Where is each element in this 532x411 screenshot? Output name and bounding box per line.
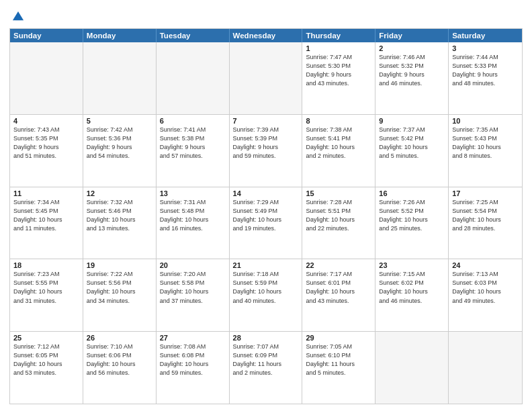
calendar-body: 1Sunrise: 7:47 AMSunset: 5:30 PMDaylight… [10,42,522,404]
day-number: 18 [13,261,80,269]
cal-cell: 21Sunrise: 7:18 AMSunset: 5:59 PMDayligh… [230,259,303,331]
cal-cell: 20Sunrise: 7:20 AMSunset: 5:58 PMDayligh… [157,259,230,331]
cell-info: Sunrise: 7:41 AMSunset: 5:38 PMDaylight:… [160,126,226,161]
calendar-row-1: 4Sunrise: 7:43 AMSunset: 5:35 PMDaylight… [10,114,522,187]
day-number: 4 [13,117,80,125]
cell-info: Sunrise: 7:34 AMSunset: 5:45 PMDaylight:… [13,198,80,233]
day-number: 17 [452,189,519,197]
logo-icon [11,9,26,24]
day-number: 28 [233,334,300,342]
cal-cell: 16Sunrise: 7:26 AMSunset: 5:52 PMDayligh… [375,187,449,259]
weekday-header-saturday: Saturday [449,29,522,42]
calendar-row-0: 1Sunrise: 7:47 AMSunset: 5:30 PMDaylight… [10,42,522,114]
cal-cell: 14Sunrise: 7:29 AMSunset: 5:49 PMDayligh… [230,187,303,259]
cal-cell: 23Sunrise: 7:15 AMSunset: 6:02 PMDayligh… [375,259,449,331]
cal-cell: 27Sunrise: 7:08 AMSunset: 6:08 PMDayligh… [157,332,230,404]
cell-info: Sunrise: 7:23 AMSunset: 5:55 PMDaylight:… [13,270,80,305]
cell-info: Sunrise: 7:28 AMSunset: 5:51 PMDaylight:… [306,198,372,233]
cal-cell: 26Sunrise: 7:10 AMSunset: 6:06 PMDayligh… [83,332,157,404]
calendar-header: SundayMondayTuesdayWednesdayThursdayFrid… [10,29,522,42]
cell-info: Sunrise: 7:26 AMSunset: 5:52 PMDaylight:… [379,198,445,233]
cal-cell: 3Sunrise: 7:44 AMSunset: 5:33 PMDaylight… [449,42,522,114]
cell-info: Sunrise: 7:32 AMSunset: 5:46 PMDaylight:… [87,198,153,233]
cal-cell [83,42,157,114]
cal-cell: 1Sunrise: 7:47 AMSunset: 5:30 PMDaylight… [302,42,375,114]
day-number: 15 [306,189,372,197]
cell-info: Sunrise: 7:05 AMSunset: 6:10 PMDaylight:… [306,342,372,377]
weekday-header-tuesday: Tuesday [157,29,230,42]
cal-cell: 7Sunrise: 7:39 AMSunset: 5:39 PMDaylight… [230,115,303,187]
cal-cell [157,42,230,114]
day-number: 8 [306,117,372,125]
cal-cell: 4Sunrise: 7:43 AMSunset: 5:35 PMDaylight… [10,115,83,187]
cell-info: Sunrise: 7:31 AMSunset: 5:48 PMDaylight:… [160,198,226,233]
cal-cell: 29Sunrise: 7:05 AMSunset: 6:10 PMDayligh… [302,332,375,404]
day-number: 3 [452,44,519,52]
page: SundayMondayTuesdayWednesdayThursdayFrid… [0,0,532,411]
calendar-row-3: 18Sunrise: 7:23 AMSunset: 5:55 PMDayligh… [10,259,522,331]
cell-info: Sunrise: 7:46 AMSunset: 5:32 PMDaylight:… [379,53,445,88]
day-number: 16 [379,189,445,197]
cal-cell: 12Sunrise: 7:32 AMSunset: 5:46 PMDayligh… [83,187,157,259]
day-number: 20 [160,261,226,269]
day-number: 25 [13,334,80,342]
weekday-header-friday: Friday [375,29,449,42]
cal-cell: 5Sunrise: 7:42 AMSunset: 5:36 PMDaylight… [83,115,157,187]
cal-cell: 25Sunrise: 7:12 AMSunset: 6:05 PMDayligh… [10,332,83,404]
day-number: 26 [87,334,153,342]
cal-cell [230,42,303,114]
cell-info: Sunrise: 7:22 AMSunset: 5:56 PMDaylight:… [87,270,153,305]
weekday-header-monday: Monday [83,29,157,42]
day-number: 11 [13,189,80,197]
weekday-header-thursday: Thursday [302,29,375,42]
calendar-row-4: 25Sunrise: 7:12 AMSunset: 6:05 PMDayligh… [10,331,522,404]
cal-cell: 24Sunrise: 7:13 AMSunset: 6:03 PMDayligh… [449,259,522,331]
day-number: 5 [87,117,153,125]
cell-info: Sunrise: 7:42 AMSunset: 5:36 PMDaylight:… [87,126,153,161]
day-number: 23 [379,261,445,269]
cal-cell [10,42,83,114]
cell-info: Sunrise: 7:39 AMSunset: 5:39 PMDaylight:… [233,126,300,161]
cell-info: Sunrise: 7:35 AMSunset: 5:43 PMDaylight:… [452,126,519,161]
cell-info: Sunrise: 7:12 AMSunset: 6:05 PMDaylight:… [13,342,80,377]
cal-cell: 13Sunrise: 7:31 AMSunset: 5:48 PMDayligh… [157,187,230,259]
cal-cell: 6Sunrise: 7:41 AMSunset: 5:38 PMDaylight… [157,115,230,187]
logo [9,9,26,24]
day-number: 24 [452,261,519,269]
weekday-header-wednesday: Wednesday [230,29,303,42]
cell-info: Sunrise: 7:08 AMSunset: 6:08 PMDaylight:… [160,342,226,377]
day-number: 29 [306,334,372,342]
calendar: SundayMondayTuesdayWednesdayThursdayFrid… [9,28,523,404]
cal-cell: 10Sunrise: 7:35 AMSunset: 5:43 PMDayligh… [449,115,522,187]
day-number: 7 [233,117,300,125]
day-number: 1 [306,44,372,52]
cal-cell: 2Sunrise: 7:46 AMSunset: 5:32 PMDaylight… [375,42,449,114]
cal-cell: 17Sunrise: 7:25 AMSunset: 5:54 PMDayligh… [449,187,522,259]
cal-cell: 28Sunrise: 7:07 AMSunset: 6:09 PMDayligh… [230,332,303,404]
cell-info: Sunrise: 7:18 AMSunset: 5:59 PMDaylight:… [233,270,300,305]
day-number: 14 [233,189,300,197]
weekday-header-sunday: Sunday [10,29,83,42]
header [9,7,523,24]
calendar-row-2: 11Sunrise: 7:34 AMSunset: 5:45 PMDayligh… [10,187,522,259]
cell-info: Sunrise: 7:43 AMSunset: 5:35 PMDaylight:… [13,126,80,161]
cell-info: Sunrise: 7:07 AMSunset: 6:09 PMDaylight:… [233,342,300,377]
cell-info: Sunrise: 7:37 AMSunset: 5:42 PMDaylight:… [379,126,445,161]
cell-info: Sunrise: 7:25 AMSunset: 5:54 PMDaylight:… [452,198,519,233]
cell-info: Sunrise: 7:13 AMSunset: 6:03 PMDaylight:… [452,270,519,305]
day-number: 27 [160,334,226,342]
cell-info: Sunrise: 7:29 AMSunset: 5:49 PMDaylight:… [233,198,300,233]
day-number: 12 [87,189,153,197]
cal-cell: 19Sunrise: 7:22 AMSunset: 5:56 PMDayligh… [83,259,157,331]
cal-cell: 11Sunrise: 7:34 AMSunset: 5:45 PMDayligh… [10,187,83,259]
day-number: 22 [306,261,372,269]
cal-cell: 15Sunrise: 7:28 AMSunset: 5:51 PMDayligh… [302,187,375,259]
cal-cell: 18Sunrise: 7:23 AMSunset: 5:55 PMDayligh… [10,259,83,331]
cal-cell: 22Sunrise: 7:17 AMSunset: 6:01 PMDayligh… [302,259,375,331]
cell-info: Sunrise: 7:38 AMSunset: 5:41 PMDaylight:… [306,126,372,161]
cell-info: Sunrise: 7:10 AMSunset: 6:06 PMDaylight:… [87,342,153,377]
day-number: 10 [452,117,519,125]
cell-info: Sunrise: 7:44 AMSunset: 5:33 PMDaylight:… [452,53,519,88]
cell-info: Sunrise: 7:47 AMSunset: 5:30 PMDaylight:… [306,53,372,88]
day-number: 21 [233,261,300,269]
